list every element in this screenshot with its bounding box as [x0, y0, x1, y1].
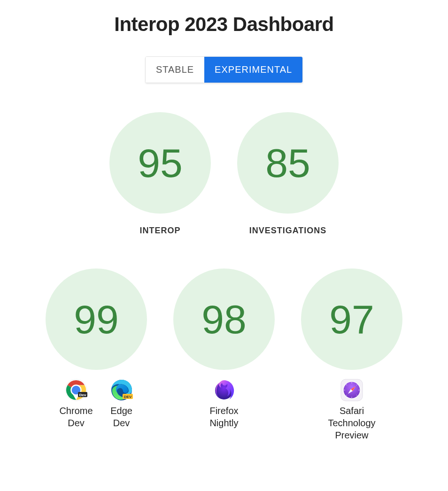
browser-label-chrome: Dev Chrome Dev — [59, 378, 93, 429]
browser-name: Firefox Nightly — [209, 405, 238, 429]
summary-interop: 95 Interop — [109, 112, 211, 236]
browser-chrome-edge: 99 Dev — [46, 269, 147, 441]
browser-label-edge: DEV Edge Dev — [110, 378, 133, 429]
browser-labels: Firefox Nightly — [173, 378, 275, 429]
browser-name: Chrome Dev — [59, 405, 93, 429]
summary-label: Investigations — [249, 226, 327, 236]
edge-dev-icon: DEV — [110, 378, 133, 402]
browser-name: Edge Dev — [110, 405, 132, 429]
page-title: Interop 2023 Dashboard — [114, 13, 333, 36]
browser-value: 97 — [329, 299, 374, 339]
summary-value: 85 — [265, 143, 310, 183]
summary-label: Interop — [139, 226, 180, 236]
tab-experimental[interactable]: Experimental — [204, 57, 302, 83]
summary-circle: 95 — [109, 112, 211, 214]
safari-tp-icon — [340, 378, 363, 402]
summary-circle: 85 — [237, 112, 339, 214]
summary-value: 95 — [138, 143, 183, 183]
browser-labels: Dev Chrome Dev — [46, 378, 147, 429]
svg-text:DEV: DEV — [124, 395, 131, 399]
summary-investigations: 85 Investigations — [237, 112, 339, 236]
browser-labels: Safari Technology Preview — [301, 378, 402, 441]
browser-safari: 97 — [301, 269, 402, 441]
browser-label-firefox: Firefox Nightly — [209, 378, 238, 429]
chrome-dev-icon: Dev — [64, 378, 88, 402]
browser-label-safari: Safari Technology Preview — [328, 378, 375, 441]
tab-stable[interactable]: Stable — [146, 57, 204, 83]
browser-firefox: 98 — [173, 269, 275, 441]
browser-value: 98 — [201, 299, 247, 339]
svg-text:Dev: Dev — [79, 393, 86, 397]
summary-row: 95 Interop 85 Investigations — [109, 112, 339, 236]
browser-value: 99 — [74, 299, 119, 339]
firefox-nightly-icon — [212, 378, 236, 402]
browser-circle: 97 — [301, 269, 402, 370]
browser-circle: 98 — [173, 269, 275, 370]
browser-circle: 99 — [46, 269, 147, 370]
browser-row: 99 Dev — [11, 269, 437, 441]
channel-tabs: Stable Experimental — [145, 56, 303, 83]
browser-name: Safari Technology Preview — [328, 405, 375, 441]
